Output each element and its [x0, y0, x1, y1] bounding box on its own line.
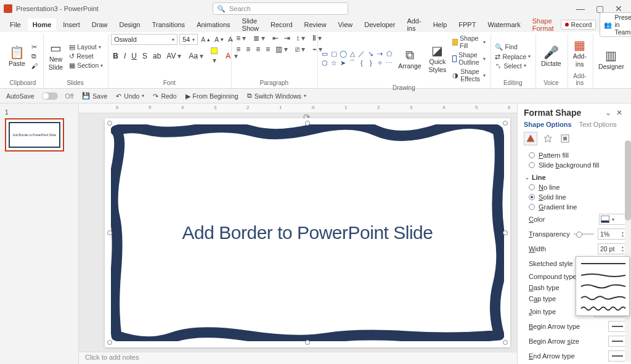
- tab-design[interactable]: Design: [114, 18, 145, 31]
- tab-record[interactable]: Record: [266, 18, 297, 31]
- tab-fppt[interactable]: FPPT: [454, 18, 481, 31]
- pane-icon-size[interactable]: [558, 132, 572, 145]
- italic-button[interactable]: I: [122, 52, 128, 60]
- justify-button[interactable]: ≡: [264, 45, 272, 54]
- record-button[interactable]: Record: [561, 20, 596, 30]
- arrange-button[interactable]: ⧉Arrange: [396, 46, 423, 71]
- search-box[interactable]: 🔍 Search: [213, 2, 348, 15]
- quick-styles-button[interactable]: ◪Quick Styles: [426, 42, 449, 75]
- bullets-button[interactable]: ≡▾: [234, 34, 250, 42]
- copy-button[interactable]: ⧉: [30, 52, 39, 61]
- designer-button[interactable]: ▥Designer: [596, 47, 627, 72]
- width-input[interactable]: 20 pt▴▾: [598, 243, 626, 254]
- tab-watermark[interactable]: Watermark: [482, 18, 525, 31]
- from-beginning-button[interactable]: ▶From Beginning: [184, 92, 240, 100]
- outdent-button[interactable]: ⇤: [271, 34, 280, 42]
- slide-thumbnail-1[interactable]: Add Border to PowerPoint Slide: [5, 118, 64, 152]
- decrease-font-button[interactable]: A▾: [213, 35, 225, 44]
- undo-button[interactable]: ↶Undo▾: [115, 92, 145, 100]
- transparency-input[interactable]: 1%▴▾: [598, 229, 626, 240]
- highlight-button[interactable]: ▾: [209, 47, 220, 65]
- save-button[interactable]: 💾Save: [81, 91, 108, 100]
- tab-developer[interactable]: Developer: [359, 18, 400, 31]
- end-arrow-type-dropdown[interactable]: [608, 350, 626, 362]
- underline-button[interactable]: U: [129, 52, 139, 60]
- shape-effects-button[interactable]: ◑Shape Effects▾: [451, 67, 487, 83]
- sketched-option-curve1[interactable]: [580, 272, 625, 278]
- pane-close-button[interactable]: ✕: [614, 108, 625, 117]
- bold-button[interactable]: B: [111, 52, 120, 60]
- font-name-select[interactable]: Oswald▾: [111, 34, 177, 45]
- tab-animations[interactable]: Animations: [192, 18, 235, 31]
- cut-button[interactable]: ✂: [30, 42, 39, 51]
- align-text-button[interactable]: ⎚▾: [293, 45, 309, 54]
- replace-button[interactable]: ⇄Replace▾: [494, 52, 532, 61]
- autosave-toggle[interactable]: [42, 92, 58, 100]
- shapes-gallery[interactable]: ▭▢◯△／↘⇢⬠ ⬡☆➤⌒{}✧⋯: [320, 50, 393, 67]
- align-center-button[interactable]: ≡: [244, 45, 252, 54]
- pane-tab-text-options[interactable]: Text Options: [579, 121, 617, 128]
- handle-s[interactable]: [305, 340, 310, 345]
- line-solid-radio[interactable]: Solid line: [525, 192, 626, 202]
- pane-icon-effects[interactable]: [541, 132, 555, 145]
- align-left-button[interactable]: ≡: [234, 45, 242, 54]
- find-button[interactable]: 🔍Find: [494, 42, 532, 52]
- notes-bar[interactable]: Click to add notes: [79, 352, 517, 364]
- tab-file[interactable]: File: [5, 18, 26, 31]
- increase-font-button[interactable]: A▴: [200, 35, 211, 44]
- layout-button[interactable]: ▤Layout▾: [68, 42, 104, 51]
- tab-help[interactable]: Help: [428, 18, 452, 31]
- tab-draw[interactable]: Draw: [87, 18, 113, 31]
- tab-view[interactable]: View: [333, 18, 358, 31]
- handle-ne[interactable]: [503, 121, 508, 126]
- format-painter-button[interactable]: 🖌: [30, 62, 39, 70]
- columns-button[interactable]: ▥▾: [274, 45, 291, 54]
- numbering-button[interactable]: ≣▾: [251, 34, 269, 42]
- fill-slidebg-radio[interactable]: Slide background fill: [525, 160, 626, 170]
- pane-icon-fill-line[interactable]: [524, 132, 537, 145]
- shadow-button[interactable]: ab: [151, 52, 163, 60]
- present-in-teams-button[interactable]: 👥Present in Teams: [600, 12, 631, 37]
- linespace-button[interactable]: ↕▾: [294, 34, 309, 42]
- sketched-option-scribble[interactable]: [580, 305, 625, 312]
- indent-button[interactable]: ⇥: [282, 34, 292, 42]
- shape-outline-button[interactable]: Shape Outline▾: [451, 51, 487, 67]
- handle-w[interactable]: [107, 230, 112, 235]
- handle-se[interactable]: [503, 340, 508, 345]
- pane-scrollbar[interactable]: [625, 140, 631, 362]
- tab-addins[interactable]: Add-ins: [402, 15, 426, 34]
- color-picker[interactable]: ▾: [599, 214, 626, 225]
- sketched-option-freehand[interactable]: [580, 294, 625, 301]
- pane-tab-shape-options[interactable]: Shape Options: [524, 121, 572, 128]
- align-right-button[interactable]: ≡: [254, 45, 262, 54]
- slide-border-shape[interactable]: Add Border to PowerPoint Slide: [111, 124, 504, 341]
- changecase-button[interactable]: Aa▾: [187, 52, 207, 60]
- font-size-select[interactable]: 54▾: [179, 34, 198, 45]
- slide-stage[interactable]: ⟳ Add Border to PowerPoint Slide: [79, 113, 517, 352]
- tab-review[interactable]: Review: [299, 18, 332, 31]
- new-slide-button[interactable]: ▭New Slide: [46, 39, 65, 72]
- pane-options-button[interactable]: ⌄: [603, 108, 614, 117]
- tab-transitions[interactable]: Transitions: [147, 18, 190, 31]
- handle-nw[interactable]: [107, 121, 112, 126]
- tab-slideshow[interactable]: Slide Show: [237, 15, 264, 34]
- line-section-header[interactable]: ⌄Line: [525, 170, 626, 182]
- select-button[interactable]: ⭛Select▾: [494, 62, 532, 70]
- sketched-option-curve2[interactable]: [580, 283, 625, 289]
- handle-e[interactable]: [503, 230, 508, 235]
- begin-arrow-type-dropdown[interactable]: [608, 321, 626, 332]
- tab-insert[interactable]: Insert: [58, 18, 85, 31]
- handle-sw[interactable]: [107, 340, 112, 345]
- tab-shape-format[interactable]: Shape Format: [527, 15, 559, 34]
- line-gradient-radio[interactable]: Gradient line: [525, 202, 626, 212]
- redo-button[interactable]: ↷Redo: [152, 92, 177, 100]
- paste-button[interactable]: 📋Paste: [6, 44, 28, 69]
- handle-n[interactable]: [305, 121, 310, 126]
- line-none-radio[interactable]: No line: [525, 182, 626, 192]
- fill-pattern-radio[interactable]: Pattern fill: [525, 150, 626, 160]
- section-button[interactable]: ▦Section▾: [68, 61, 104, 70]
- slide-canvas[interactable]: Add Border to PowerPoint Slide: [105, 118, 510, 347]
- transparency-slider[interactable]: [574, 233, 594, 235]
- switch-windows-button[interactable]: ⧉Switch Windows▾: [246, 91, 307, 100]
- reset-button[interactable]: ↺Reset: [68, 52, 104, 60]
